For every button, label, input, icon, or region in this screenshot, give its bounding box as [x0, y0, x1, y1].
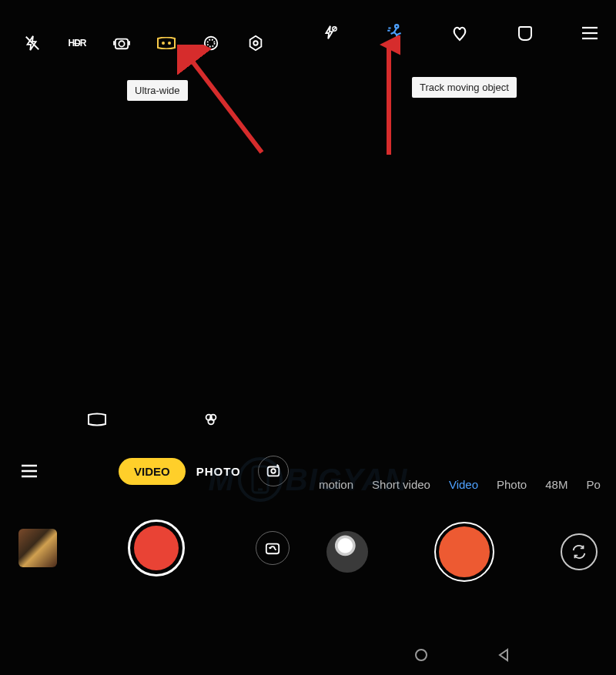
- svg-line-19: [333, 28, 336, 31]
- top-toolbar-left: HDR: [0, 28, 308, 58]
- mode-item[interactable]: 48M: [545, 478, 567, 491]
- mode-item[interactable]: Po: [586, 478, 600, 491]
- shutter-row-left: [0, 517, 308, 579]
- mode-photo[interactable]: PHOTO: [196, 465, 241, 478]
- svg-point-2: [119, 41, 124, 46]
- track-tooltip: Track moving object: [412, 77, 517, 98]
- filter-icon[interactable]: [200, 32, 222, 54]
- svg-point-6: [207, 39, 214, 46]
- svg-rect-15: [267, 467, 279, 476]
- switch-camera-button[interactable]: [561, 533, 598, 570]
- flash-off-icon[interactable]: [319, 22, 340, 44]
- nav-home-icon[interactable]: [414, 648, 428, 662]
- nav-back-icon[interactable]: [497, 648, 510, 662]
- ultrawide-tooltip: Ultra-wide: [127, 80, 188, 101]
- record-button[interactable]: [434, 522, 494, 582]
- svg-point-20: [395, 25, 398, 28]
- left-screenshot: HDR Ultra-wide: [0, 0, 308, 675]
- menu-icon[interactable]: [579, 22, 601, 44]
- menu-icon[interactable]: [20, 462, 38, 480]
- annotation-arrow-right: [377, 35, 400, 159]
- svg-point-4: [169, 42, 170, 44]
- annotation-arrow-left: [177, 45, 270, 160]
- flash-off-icon[interactable]: [22, 32, 43, 54]
- record-indicator: [134, 526, 179, 570]
- mode-video-pill[interactable]: VIDEO: [119, 458, 186, 485]
- face-filter-icon[interactable]: [514, 22, 536, 44]
- svg-point-3: [162, 42, 164, 44]
- mode-row-left: VIDEO PHOTO: [0, 454, 308, 488]
- svg-rect-17: [266, 544, 279, 554]
- record-button[interactable]: [128, 520, 185, 576]
- track-moving-icon[interactable]: [384, 22, 406, 44]
- record-indicator: [439, 526, 490, 577]
- ultrawide-icon[interactable]: [156, 32, 177, 54]
- svg-line-8: [188, 55, 262, 152]
- mode-item[interactable]: Photo: [497, 478, 527, 491]
- panorama-icon[interactable]: [86, 409, 108, 430]
- mode-item[interactable]: motion: [319, 478, 353, 491]
- svg-point-25: [416, 650, 427, 660]
- filters-icon[interactable]: [200, 409, 222, 430]
- beauty-icon[interactable]: [449, 22, 470, 44]
- svg-point-7: [253, 41, 258, 45]
- hdr-icon[interactable]: HDR: [66, 32, 88, 54]
- top-toolbar-right: [308, 15, 616, 51]
- mode-row-right: motion Short video Video Photo 48M Po: [308, 473, 616, 496]
- gallery-thumbnail[interactable]: [326, 531, 368, 573]
- ai-scene-icon[interactable]: [258, 456, 289, 486]
- hex-settings-icon[interactable]: [245, 32, 266, 54]
- mode-item-active[interactable]: Video: [449, 478, 478, 491]
- svg-point-5: [205, 37, 218, 50]
- right-screenshot: Track moving object motion Short video V…: [308, 0, 616, 675]
- secondary-icon-row: [0, 408, 308, 431]
- mode-item[interactable]: Short video: [372, 478, 430, 491]
- svg-point-16: [271, 469, 276, 473]
- gallery-thumbnail[interactable]: [18, 529, 57, 567]
- switch-camera-button[interactable]: [256, 531, 290, 565]
- android-nav-row: [308, 644, 616, 666]
- chroma-boost-icon[interactable]: [111, 32, 132, 54]
- shutter-row-right: [308, 517, 616, 586]
